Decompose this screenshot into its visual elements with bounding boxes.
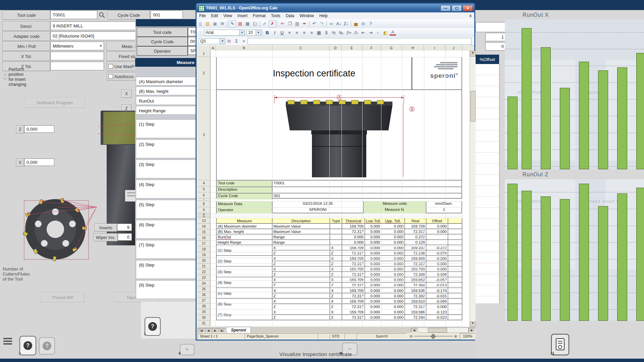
menu-file[interactable]: File bbox=[197, 13, 208, 19]
menu-view[interactable]: View bbox=[221, 13, 235, 19]
next-sheet-icon[interactable]: ▶ bbox=[212, 328, 218, 333]
row-header-8[interactable]: 8 bbox=[198, 201, 210, 207]
maximize-button[interactable]: ▢ bbox=[451, 5, 462, 11]
undo-icon[interactable]: ↶ bbox=[311, 20, 318, 27]
add-decimal-icon[interactable]: .0+ bbox=[345, 29, 352, 36]
close-button[interactable]: ✕ bbox=[463, 5, 473, 11]
paste-icon[interactable]: ▥ bbox=[294, 20, 301, 27]
decrease-indent-icon[interactable]: ⇤ bbox=[360, 29, 367, 36]
font-color-icon[interactable]: A bbox=[389, 29, 396, 36]
row-header-2[interactable]: 2 bbox=[198, 57, 210, 90]
row-header-14[interactable]: 14 bbox=[198, 224, 210, 229]
brush-icon[interactable]: ✒ bbox=[301, 20, 308, 27]
wiper-ins-field[interactable]: 0 bbox=[118, 233, 132, 241]
font-name-combo[interactable]: Arial▼ bbox=[204, 29, 245, 36]
checkbox-icon[interactable] bbox=[108, 64, 113, 69]
hyperlink-icon[interactable]: ∞ bbox=[328, 20, 335, 27]
edit-icon[interactable]: ✎ bbox=[229, 20, 236, 27]
row-header-21[interactable]: 21 bbox=[198, 263, 210, 269]
hamburger-icon[interactable] bbox=[3, 338, 12, 345]
column-header-F[interactable]: F bbox=[362, 45, 381, 51]
row-header-28[interactable]: 28 bbox=[198, 303, 210, 309]
chevron-down-icon[interactable]: ▼ bbox=[99, 44, 102, 48]
menu-format[interactable]: Format bbox=[250, 13, 268, 19]
row-header-9[interactable]: 9 bbox=[198, 207, 210, 213]
first-sheet-icon[interactable]: |◀ bbox=[198, 328, 205, 333]
merge-cells-icon[interactable]: ▦ bbox=[316, 29, 322, 36]
align-right-icon[interactable]: ≡ bbox=[301, 29, 308, 36]
chevron-down-icon[interactable]: ▼ bbox=[256, 30, 261, 35]
row-header-15[interactable]: 15 bbox=[198, 229, 210, 235]
row-header-6[interactable]: 6 bbox=[198, 192, 210, 198]
row-header-24[interactable]: 24 bbox=[198, 281, 210, 286]
value-field-0[interactable]: 0 bbox=[485, 42, 507, 51]
row-header-16[interactable]: 16 bbox=[198, 235, 210, 241]
cycle-code-field[interactable]: 001 bbox=[151, 10, 183, 19]
zoom-slider[interactable]: ⊖ ⊕ bbox=[407, 334, 460, 339]
prev-sheet-icon[interactable]: ◀ bbox=[205, 328, 212, 333]
inserts-field[interactable]: 9 bbox=[117, 224, 132, 231]
align-justify-icon[interactable]: ≡ bbox=[308, 29, 315, 36]
menu-tools[interactable]: Tools bbox=[268, 13, 283, 19]
row-header-20[interactable]: 20 bbox=[198, 258, 210, 263]
help-button-small[interactable]: ? 1 bbox=[145, 317, 161, 336]
corner-box[interactable] bbox=[198, 45, 210, 51]
new-icon[interactable]: ▯ bbox=[197, 20, 204, 27]
font-size-combo[interactable]: 10▼ bbox=[247, 29, 261, 36]
value-field-1[interactable]: 1 bbox=[485, 33, 507, 41]
underline-icon[interactable]: U bbox=[279, 29, 285, 36]
help-button[interactable]: ? 1 bbox=[19, 336, 36, 355]
thread-mill-button[interactable]: Thread Mill bbox=[40, 292, 85, 302]
column-header-E[interactable]: E bbox=[341, 45, 362, 51]
selfteach-button[interactable]: Selfteach Program bbox=[24, 97, 85, 108]
menu-data[interactable]: Data bbox=[283, 13, 297, 19]
sum-icon[interactable]: Σ bbox=[233, 38, 240, 45]
bold-icon[interactable]: B bbox=[264, 29, 271, 36]
function-wizard-icon[interactable]: fx bbox=[226, 38, 232, 45]
minimize-button[interactable]: — bbox=[440, 5, 451, 11]
menu-help[interactable]: Help bbox=[317, 13, 330, 19]
increase-indent-icon[interactable]: ⇥ bbox=[367, 29, 374, 36]
sort-az-icon[interactable]: A↓ bbox=[335, 20, 342, 27]
align-left-icon[interactable]: ≡ bbox=[286, 29, 293, 36]
row-header-17[interactable]: 17 bbox=[198, 241, 210, 246]
chevron-down-icon[interactable]: ▼ bbox=[239, 30, 245, 35]
menu-window[interactable]: Window bbox=[297, 13, 317, 19]
row-header-30[interactable]: 30 bbox=[198, 315, 210, 320]
row-header-19[interactable]: 19 bbox=[198, 252, 210, 258]
delete-decimal-icon[interactable]: .0- bbox=[353, 29, 359, 36]
open-icon[interactable]: ▨ bbox=[204, 20, 211, 27]
last-sheet-icon[interactable]: ▶| bbox=[219, 328, 226, 333]
row-header-18[interactable]: 18 bbox=[198, 246, 210, 252]
tool-code-field[interactable]: T0001 bbox=[50, 10, 97, 19]
sheet-area[interactable]: Inspection certificate speroni® bbox=[198, 51, 470, 327]
percent-icon[interactable]: % bbox=[330, 29, 337, 36]
column-header-A[interactable]: A bbox=[210, 45, 216, 51]
row-header-27[interactable]: 27 bbox=[198, 298, 210, 303]
menu-edit[interactable]: Edit bbox=[208, 13, 221, 19]
copy-icon[interactable]: ❐ bbox=[286, 20, 293, 27]
row-header-1[interactable]: 1 bbox=[198, 51, 210, 57]
perform-position-checkbox[interactable]: Perform position for insert changing bbox=[4, 74, 29, 79]
row-header-31[interactable]: 31 bbox=[198, 320, 210, 326]
column-header-H[interactable]: H bbox=[402, 45, 424, 51]
sort-za-icon[interactable]: Z↓ bbox=[343, 20, 350, 27]
row-header-5[interactable]: 5 bbox=[198, 186, 210, 192]
calc-title-bar[interactable]: T0001_001.XLS - OpenOffice.org Calc — ▢ … bbox=[197, 4, 474, 12]
help-icon[interactable]: ? bbox=[367, 20, 374, 27]
preview-icon[interactable]: ◱ bbox=[252, 20, 258, 27]
formula-input[interactable] bbox=[248, 38, 472, 45]
mm-poll-select[interactable]: Millimeters ▼ bbox=[50, 42, 104, 50]
pdf-icon[interactable]: ▤ bbox=[237, 20, 244, 27]
row-header-22[interactable]: 22 bbox=[198, 269, 210, 275]
italic-icon[interactable]: I bbox=[271, 29, 278, 36]
spellcheck-icon[interactable]: ✓ bbox=[261, 20, 268, 27]
standard-format-icon[interactable]: ‰ bbox=[338, 29, 344, 36]
chevron-down-icon[interactable]: ▼ bbox=[220, 39, 225, 44]
currency-icon[interactable]: $ bbox=[323, 29, 330, 36]
checkbox-icon[interactable] bbox=[4, 74, 6, 79]
redo-icon[interactable]: ↷ bbox=[318, 20, 325, 27]
borders-icon[interactable]: ▫ bbox=[375, 29, 381, 36]
autospell-icon[interactable]: ✗ bbox=[269, 20, 276, 27]
equals-icon[interactable]: = bbox=[240, 38, 247, 45]
